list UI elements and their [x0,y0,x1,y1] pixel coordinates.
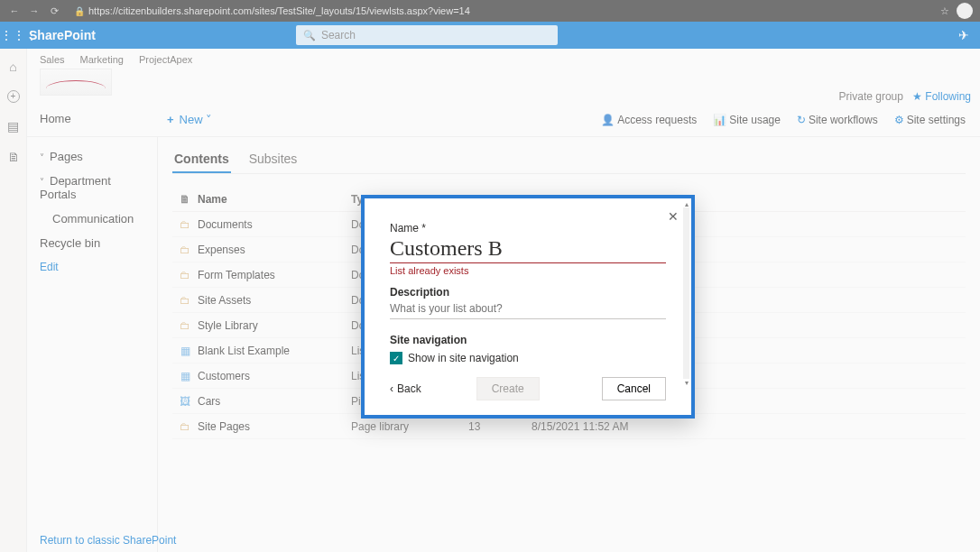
cancel-button[interactable]: Cancel [602,377,666,400]
scroll-up-icon[interactable]: ▴ [683,200,689,207]
close-icon[interactable]: ✕ [668,209,679,224]
list-name-input[interactable] [390,235,666,263]
site-navigation-label: Site navigation [390,334,666,346]
scroll-down-icon[interactable]: ▾ [683,379,689,386]
dialog-scrollbar[interactable] [683,207,689,379]
name-label: Name * [390,222,666,235]
create-list-dialog: ✕ ▴ ▾ Name * List already exists Descrip… [361,195,695,419]
description-label: Description [390,286,666,299]
show-in-nav-checkbox[interactable]: ✓ Show in site navigation [390,352,666,364]
modal-backdrop: ✕ ▴ ▾ Name * List already exists Descrip… [0,0,980,552]
back-button[interactable]: Back [390,382,421,395]
show-in-nav-label: Show in site navigation [408,352,519,364]
create-button: Create [476,377,540,400]
name-error: List already exists [390,265,468,276]
checkmark-icon: ✓ [390,352,402,364]
list-description-input[interactable] [390,299,666,319]
